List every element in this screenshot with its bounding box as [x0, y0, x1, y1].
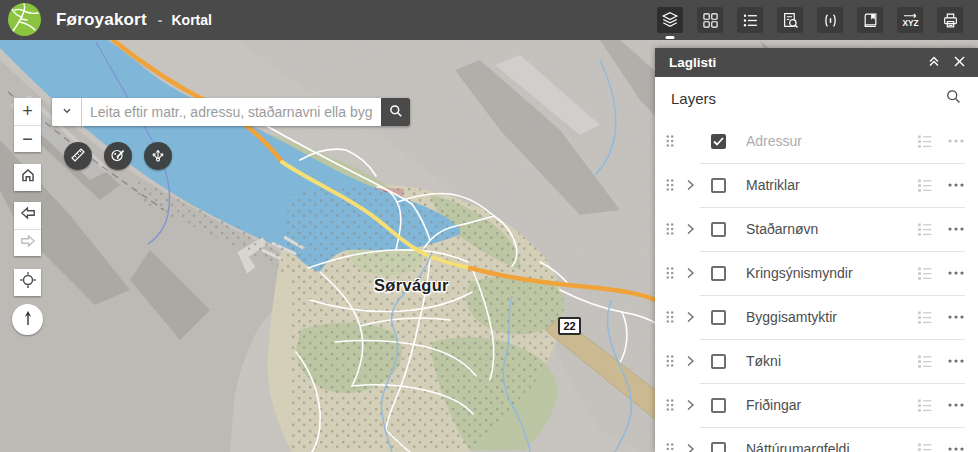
more-options-button[interactable]: [947, 353, 965, 369]
locate-button[interactable]: [14, 269, 41, 296]
basemap-gallery-button[interactable]: [697, 7, 723, 33]
expand-chevron-icon[interactable]: [682, 179, 698, 191]
legend-icon[interactable]: [916, 441, 933, 452]
layer-visibility-checkbox[interactable]: [711, 354, 726, 369]
layer-visibility-checkbox[interactable]: [711, 398, 726, 413]
page-search-icon: [782, 12, 799, 29]
filter-layers-button[interactable]: [945, 88, 962, 108]
zoom-out-button[interactable]: −: [14, 125, 41, 152]
layer-visibility-checkbox[interactable]: [711, 178, 726, 193]
xyz-icon: XYZ: [901, 11, 920, 30]
next-extent-button[interactable]: [14, 229, 41, 256]
svg-text:XYZ: XYZ: [902, 18, 918, 28]
layer-label[interactable]: Tøkni: [746, 353, 916, 369]
search-input[interactable]: [82, 98, 381, 126]
share-branch-button[interactable]: [144, 142, 172, 170]
app-title: Føroyakort: [56, 10, 147, 30]
layer-list: Adressur Matriklar: [655, 119, 978, 452]
layer-row: Kringsýnismyndir: [655, 251, 978, 295]
expand-chevron-icon[interactable]: [682, 267, 698, 279]
drag-handle-icon[interactable]: [665, 222, 675, 236]
layer-row: Náttúrumargfeldi: [655, 427, 978, 452]
print-button[interactable]: [937, 7, 963, 33]
layer-visibility-checkbox[interactable]: [711, 310, 726, 325]
more-options-button[interactable]: [947, 441, 965, 452]
layer-label[interactable]: Staðarnøvn: [746, 221, 916, 237]
list-icon: [742, 12, 759, 29]
zoom-in-button[interactable]: +: [14, 98, 41, 125]
legend-icon[interactable]: [916, 221, 933, 238]
drag-handle-icon[interactable]: [665, 178, 675, 192]
layer-visibility-checkbox[interactable]: [711, 222, 726, 237]
bookmarks-button[interactable]: [857, 7, 883, 33]
layer-visibility-checkbox[interactable]: [711, 442, 726, 452]
legend-icon[interactable]: [916, 309, 933, 326]
legend-icon[interactable]: [916, 133, 933, 150]
town-label: Sørvágur: [374, 276, 449, 295]
legend-icon[interactable]: [916, 353, 933, 370]
expand-chevron-icon[interactable]: [682, 223, 698, 235]
drag-handle-icon[interactable]: [665, 354, 675, 368]
compass-button[interactable]: [12, 304, 43, 335]
legend-icon[interactable]: [916, 397, 933, 414]
draw-button[interactable]: [104, 142, 132, 170]
app-subtitle: Kortal: [171, 12, 211, 28]
attribute-search-button[interactable]: [777, 7, 803, 33]
double-chevron-up-icon: [927, 54, 941, 71]
more-options-button[interactable]: [947, 309, 965, 325]
close-panel-button[interactable]: [941, 55, 966, 71]
drag-handle-icon[interactable]: [665, 398, 675, 412]
map-tool-group: [64, 142, 172, 170]
layer-row: Tøkni: [655, 339, 978, 383]
panel-heading-row: Layers: [655, 77, 978, 119]
layer-label[interactable]: Náttúrumargfeldi: [746, 441, 916, 452]
previous-extent-button[interactable]: [14, 202, 41, 229]
layer-row: Friðingar: [655, 383, 978, 427]
swipe-icon: [822, 12, 839, 29]
layer-label[interactable]: Kringsýnismyndir: [746, 265, 916, 281]
header-toolbar: XYZ: [657, 7, 963, 33]
layer-label[interactable]: Matriklar: [746, 177, 916, 193]
search-icon: [945, 88, 962, 108]
layer-label[interactable]: Adressur: [746, 133, 916, 149]
swipe-tool-button[interactable]: [817, 7, 843, 33]
locate-icon: [19, 271, 37, 294]
printer-icon: [942, 12, 959, 29]
drag-handle-icon[interactable]: [665, 442, 675, 452]
arrow-left-icon: [19, 204, 37, 227]
more-options-button[interactable]: [947, 397, 965, 413]
legend-icon[interactable]: [916, 265, 933, 282]
legend-tool-button[interactable]: [737, 7, 763, 33]
collapse-panel-button[interactable]: [915, 54, 941, 71]
more-options-button[interactable]: [947, 265, 965, 281]
search-button[interactable]: [381, 98, 410, 126]
home-button[interactable]: [14, 164, 41, 191]
layers-heading: Layers: [671, 90, 945, 107]
layer-list-tool-button[interactable]: [657, 7, 683, 33]
layer-label[interactable]: Byggisamtyktir: [746, 309, 916, 325]
layer-visibility-checkbox[interactable]: [711, 266, 726, 281]
app-logo: [8, 3, 41, 36]
more-options-button[interactable]: [947, 221, 965, 237]
measure-button[interactable]: [64, 142, 92, 170]
search-bar: [52, 98, 410, 126]
drag-handle-icon[interactable]: [665, 134, 675, 148]
expand-chevron-icon[interactable]: [682, 399, 698, 411]
coordinates-button[interactable]: XYZ: [897, 7, 923, 33]
grid-icon: [702, 12, 719, 29]
layer-row: Byggisamtyktir: [655, 295, 978, 339]
app-window: Sørvágur 22 + −: [0, 0, 978, 452]
layer-list-panel: Laglisti Layers: [655, 48, 978, 452]
more-options-button[interactable]: [947, 177, 965, 193]
ruler-icon: [70, 147, 86, 166]
layer-label[interactable]: Friðingar: [746, 397, 916, 413]
expand-chevron-icon[interactable]: [682, 355, 698, 367]
drag-handle-icon[interactable]: [665, 310, 675, 324]
expand-chevron-icon[interactable]: [682, 443, 698, 452]
more-options-button[interactable]: [947, 133, 965, 149]
legend-icon[interactable]: [916, 177, 933, 194]
drag-handle-icon[interactable]: [665, 266, 675, 280]
expand-chevron-icon[interactable]: [682, 311, 698, 323]
layer-visibility-checkbox[interactable]: [711, 134, 726, 149]
search-source-dropdown[interactable]: [52, 98, 82, 126]
